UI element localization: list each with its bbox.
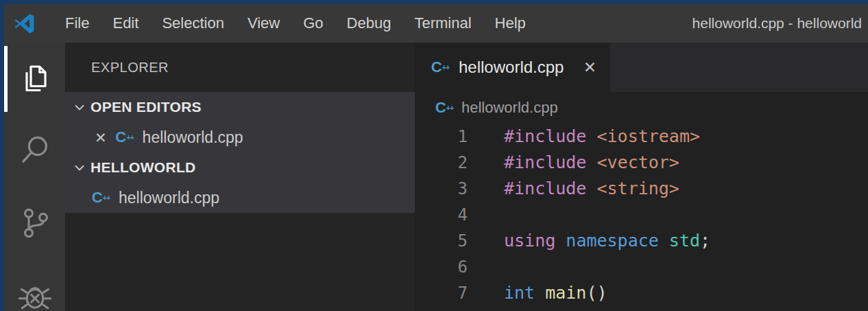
cpp-file-icon: C++ (430, 60, 450, 75)
code-line[interactable]: 7 int main() (415, 280, 868, 306)
code-line[interactable]: 1 #include <iostream> (415, 124, 868, 150)
tab-label: helloworld.cpp (459, 58, 564, 77)
window-border-top (0, 0, 868, 4)
section-open-editors[interactable]: OPEN EDITORS (65, 92, 415, 122)
menu-item-debug[interactable]: Debug (335, 4, 403, 43)
code-line[interactable]: 4 (415, 202, 868, 228)
code-token (586, 152, 596, 172)
cpp-file-icon: C++ (434, 100, 455, 115)
files-icon (19, 62, 51, 95)
file-name: helloworld.cpp (119, 189, 219, 207)
section-label: OPEN EDITORS (91, 99, 202, 115)
activity-bar (4, 43, 65, 311)
title-bar: File Edit Selection View Go Debug Termin… (4, 4, 868, 43)
code-line[interactable]: 2 #include <vector> (415, 150, 868, 176)
cpp-file-icon: C++ (114, 130, 135, 145)
code-token: namespace (566, 231, 658, 251)
code-token: <vector> (596, 152, 679, 172)
menu-item-help[interactable]: Help (483, 4, 538, 43)
open-editor-item[interactable]: ✕ C++ helloworld.cpp (65, 122, 415, 152)
window-border-left (0, 0, 4, 311)
code-token: std (669, 231, 700, 251)
tab-helloworld[interactable]: C++ helloworld.cpp ✕ (415, 43, 610, 92)
menu-item-edit[interactable]: Edit (101, 4, 150, 43)
activity-source-control-button[interactable] (4, 187, 65, 259)
line-number: 1 (415, 124, 468, 150)
breadcrumb-label: helloworld.cpp (461, 99, 558, 117)
search-icon (18, 134, 52, 168)
code-token (535, 283, 545, 303)
code-token (586, 126, 596, 146)
menu-item-selection[interactable]: Selection (150, 4, 236, 43)
chevron-down-icon (71, 159, 88, 176)
line-number: 3 (415, 176, 468, 202)
vscode-logo-icon (13, 12, 36, 35)
line-number: 2 (415, 150, 468, 176)
active-view-indicator (4, 46, 8, 112)
chevron-down-icon (71, 99, 88, 115)
breadcrumbs: C++ helloworld.cpp (415, 92, 868, 124)
activity-debug-button[interactable] (4, 259, 65, 311)
code-token: #include (504, 178, 586, 198)
code-token: #include (504, 152, 586, 172)
sidebar-title: EXPLORER (65, 43, 415, 92)
file-tree: OPEN EDITORS ✕ C++ helloworld.cpp HELLOW… (65, 92, 415, 213)
editor-group: C++ helloworld.cpp ✕ C++ helloworld.cpp … (415, 43, 868, 311)
code-token: using (504, 231, 555, 251)
code-token (586, 178, 596, 198)
cpp-file-icon: C++ (91, 190, 111, 205)
menu-item-view[interactable]: View (236, 4, 291, 43)
line-number: 7 (415, 280, 468, 306)
code-token (555, 231, 566, 251)
code-token: main (545, 283, 586, 303)
line-number: 5 (415, 228, 468, 254)
debug-icon (18, 278, 52, 311)
activity-search-button[interactable] (4, 115, 65, 187)
explorer-sidebar: EXPLORER OPEN EDITORS ✕ C++ helloworld.c… (65, 43, 415, 311)
tree-file-item[interactable]: C++ helloworld.cpp (65, 183, 415, 213)
code-token: ; (700, 231, 710, 251)
menu-item-terminal[interactable]: Terminal (402, 4, 483, 43)
tab-close-icon[interactable]: ✕ (583, 60, 596, 76)
section-folder-helloworld[interactable]: HELLOWORLD (65, 152, 415, 183)
section-label: HELLOWORLD (91, 159, 195, 176)
code-editor: 1 #include <iostream> 2 #include <vector… (415, 124, 868, 311)
tab-bar: C++ helloworld.cpp ✕ (415, 43, 868, 92)
source-control-icon (19, 207, 51, 240)
menu-bar: File Edit Selection View Go Debug Termin… (53, 4, 538, 43)
line-number: 4 (415, 202, 468, 228)
close-icon[interactable]: ✕ (95, 130, 107, 145)
code-token: () (586, 283, 607, 303)
activity-explorer-button[interactable] (4, 43, 65, 115)
window-title: helloworld.cpp - helloworld (692, 15, 868, 32)
code-token: #include (504, 126, 586, 146)
code-token (659, 231, 669, 251)
code-line[interactable]: 5 using namespace std; (415, 228, 868, 254)
code-line[interactable]: 3 #include <string> (415, 176, 868, 202)
code-token: int (504, 283, 535, 303)
breadcrumb-item-file[interactable]: C++ helloworld.cpp (434, 99, 558, 117)
code-line[interactable]: 6 (415, 254, 868, 280)
menu-item-file[interactable]: File (53, 4, 101, 43)
code-token: <string> (596, 178, 679, 198)
vscode-window: { "window": { "title": "helloworld.cpp -… (0, 0, 868, 311)
menu-item-go[interactable]: Go (291, 4, 335, 43)
file-name: helloworld.cpp (143, 128, 243, 147)
code-token: <iostream> (596, 126, 700, 146)
line-number: 6 (415, 254, 468, 280)
